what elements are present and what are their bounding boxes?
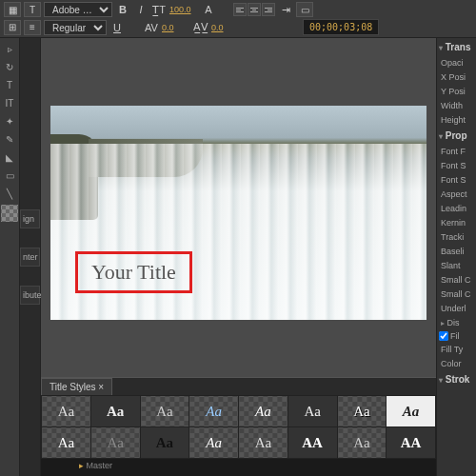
style-swatch[interactable]: AA <box>387 427 435 458</box>
font-weight-dropdown[interactable]: Regular <box>44 20 107 35</box>
style-swatch[interactable]: AA <box>288 427 337 458</box>
style-swatch[interactable]: Aa <box>91 427 140 458</box>
tracking-icon: A̲V̲ <box>193 20 208 35</box>
strokes-section[interactable]: ▾ Strok <box>439 372 474 387</box>
new-title-icon[interactable]: ▦ <box>4 2 21 17</box>
type-tool-icon[interactable]: T <box>0 76 19 93</box>
fontsize-property[interactable]: Font S <box>439 160 474 171</box>
slant-property[interactable]: Slant <box>439 260 474 271</box>
bold-button[interactable]: B <box>115 2 130 17</box>
timeline-bar[interactable]: ▸ Master <box>41 459 436 476</box>
master-track-label: Master <box>87 461 113 470</box>
smallcaps-property[interactable]: Small C <box>439 274 474 286</box>
style-swatch[interactable]: Aa <box>141 396 189 426</box>
color-property[interactable]: Color <box>439 358 474 369</box>
fontstyle-property[interactable]: Font S <box>439 174 474 186</box>
style-swatch[interactable]: Aa <box>338 427 387 458</box>
style-swatch[interactable]: Aa <box>239 396 288 426</box>
style-swatch[interactable]: Aa <box>338 396 387 426</box>
top-toolbar: ▦ T Adobe … B I T̲T 100.0 A ⇥ ▭ ⊞ ≡ Regu… <box>0 0 476 38</box>
timecode-display[interactable]: 00;00;03;08 <box>303 19 379 35</box>
transform-section[interactable]: ▾ Trans <box>439 40 474 54</box>
leading-property[interactable]: Leadin <box>439 203 474 214</box>
kerning-property[interactable]: Kernin <box>439 217 474 228</box>
main-area: ▹ ↻ T IT ✦ ✎ ◣ ▭ ╲ ign nter ibute Your T… <box>0 38 476 476</box>
distribute-tab[interactable]: ibute <box>20 286 40 305</box>
aspect-property[interactable]: Aspect <box>439 188 474 200</box>
align-right-icon[interactable] <box>262 3 275 16</box>
yposition-property[interactable]: Y Posi <box>439 86 474 97</box>
align-tab[interactable]: ign <box>20 209 40 228</box>
scenery-waterfall <box>50 144 426 320</box>
properties-panel: ▾ Trans Opaci X Posi Y Posi Width Height… <box>436 38 476 476</box>
kerning-input[interactable]: 0.0 <box>162 23 190 32</box>
style-swatch[interactable]: Aa <box>42 396 90 426</box>
italic-button[interactable]: I <box>133 2 149 17</box>
pen-tool-icon[interactable]: ✎ <box>0 130 19 148</box>
line-tool-icon[interactable]: ╲ <box>0 185 19 202</box>
video-canvas[interactable]: Your Title <box>50 106 426 320</box>
close-icon[interactable]: × <box>98 382 104 392</box>
styles-grid: Aa Aa Aa Aa Aa Aa Aa Aa Aa Aa Aa Aa Aa A… <box>41 395 436 459</box>
tool-palette: ▹ ↻ T IT ✦ ✎ ◣ ▭ ╲ <box>0 38 20 476</box>
center-tab[interactable]: nter <box>20 248 40 267</box>
style-swatch[interactable]: Aa <box>288 396 337 426</box>
style-swatch[interactable]: Aa <box>42 427 90 458</box>
tracking-property[interactable]: Tracki <box>439 231 474 243</box>
template-icon[interactable]: T <box>24 2 41 17</box>
rotate-tool-icon[interactable]: ↻ <box>0 58 19 75</box>
style-swatch[interactable]: Aa <box>91 396 140 426</box>
roll-icon[interactable]: ≡ <box>24 20 41 35</box>
align-center-icon[interactable] <box>248 3 261 16</box>
color-swatch[interactable] <box>1 205 18 222</box>
align-left-icon[interactable] <box>233 3 247 16</box>
font-size-input[interactable]: 100.0 <box>169 5 198 14</box>
monitor-icon[interactable]: ▭ <box>296 2 313 17</box>
style-swatch[interactable]: Aa <box>189 427 238 458</box>
side-tabs: ign nter ibute <box>20 38 41 476</box>
height-property[interactable]: Height <box>439 114 474 126</box>
fill-checkbox[interactable]: Fil <box>439 331 474 341</box>
title-text[interactable]: Your Title <box>91 260 176 284</box>
rect-tool-icon[interactable]: ▭ <box>0 167 19 184</box>
style-swatch[interactable]: Aa <box>387 396 435 426</box>
underline-button[interactable]: U <box>109 20 125 35</box>
baseline-property[interactable]: Baseli <box>439 246 474 257</box>
path-type-icon[interactable]: ✦ <box>0 112 19 129</box>
properties-section[interactable]: ▾ Prop <box>439 129 474 143</box>
selection-tool-icon[interactable]: ▹ <box>0 40 19 57</box>
title-styles-tab[interactable]: Title Styles × <box>41 378 112 395</box>
center-column: Your Title Title Styles × Aa Aa Aa Aa Aa… <box>41 38 436 476</box>
canvas-area: Your Title <box>41 38 436 377</box>
size-icon: T̲T <box>151 2 167 17</box>
font-family-dropdown[interactable]: Adobe … <box>44 2 112 17</box>
tab-icon[interactable]: ⇥ <box>278 2 293 17</box>
title-selection-box[interactable]: Your Title <box>75 251 192 293</box>
smallcapsize-property[interactable]: Small C <box>439 288 474 300</box>
kerning-icon: AV <box>144 20 159 35</box>
fontfamily-property[interactable]: Font F <box>439 146 474 157</box>
width-property[interactable]: Width <box>439 100 474 111</box>
style-swatch[interactable]: Aa <box>189 396 238 426</box>
templates-icon[interactable]: ⊞ <box>4 20 21 35</box>
leading-icon: A <box>201 2 216 17</box>
distort-section[interactable]: ▸ Dis <box>439 317 474 328</box>
xposition-property[interactable]: X Posi <box>439 71 474 83</box>
filltype-property[interactable]: Fill Ty <box>439 344 474 355</box>
style-swatch[interactable]: Aa <box>141 427 189 458</box>
vertical-type-icon[interactable]: IT <box>0 94 19 111</box>
style-swatch[interactable]: Aa <box>239 427 288 458</box>
tracking-input[interactable]: 0.0 <box>211 23 240 32</box>
shape-tool-icon[interactable]: ◣ <box>0 149 19 166</box>
opacity-property[interactable]: Opaci <box>439 57 474 69</box>
underline-property[interactable]: Underl <box>439 303 474 314</box>
title-styles-panel: Title Styles × Aa Aa Aa Aa Aa Aa Aa Aa A… <box>41 377 436 459</box>
